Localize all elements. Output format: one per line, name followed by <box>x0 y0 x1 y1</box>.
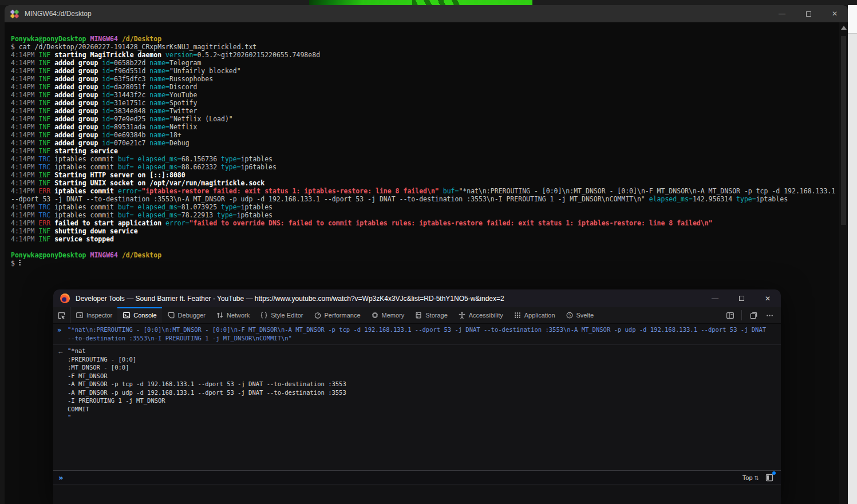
devtools-maximize-button[interactable] <box>728 289 755 307</box>
terminal-line: 4:14PM TRC iptables commit buf= elapsed_… <box>11 155 833 163</box>
background-green-window-sliver <box>309 0 532 5</box>
terminal-line: 4:14PM TRC iptables commit buf= elapsed_… <box>11 163 833 171</box>
terminal-line <box>11 27 833 35</box>
terminal-maximize-button[interactable] <box>795 5 822 22</box>
terminal-line: 4:14PM INF service stopped <box>11 235 833 243</box>
braces-icon <box>260 311 268 319</box>
grid-icon <box>514 311 522 319</box>
console-icon <box>123 311 131 319</box>
devtools-close-button[interactable]: ✕ <box>755 289 781 307</box>
terminal-minimize-button[interactable]: — <box>769 5 795 22</box>
terminal-scrollbar[interactable] <box>839 22 848 504</box>
element-picker-button[interactable] <box>53 307 70 323</box>
dock-window-icon <box>749 311 758 320</box>
accessibility-person-icon <box>458 311 466 319</box>
console-result-row[interactable]: ← "*nat :PREROUTING - [0:0] :MT_DNSOR - … <box>53 345 781 424</box>
element-picker-icon <box>57 311 66 320</box>
terminal-line: 4:14PM INF added group id=da28051f name=… <box>11 83 833 91</box>
devtools-titlebar[interactable]: Developer Tools — Sound Barrier ft. Feat… <box>53 289 781 307</box>
memory-chip-icon <box>371 311 379 319</box>
storage-icon <box>414 311 422 319</box>
echoed-command: "*nat\n:PREROUTING - [0:0]\n:MT_DNSOR - … <box>68 326 773 342</box>
console-input-row[interactable]: » Top ⇅ <box>53 470 781 485</box>
terminal-line: 4:14PM INF added group id=97e9ed25 name=… <box>11 115 833 123</box>
tab-performance[interactable]: Performance <box>309 307 366 323</box>
terminal-line: 4:14PM INF added group id=31e1751c name=… <box>11 99 833 107</box>
evaluation-context-selector[interactable]: Top ⇅ <box>743 474 759 481</box>
responsive-design-icon <box>726 311 734 320</box>
evaluation-result: "*nat :PREROUTING - [0:0] :MT_DNSOR - [0… <box>68 347 773 422</box>
tab-console[interactable]: Console <box>117 307 161 323</box>
terminal-line: 4:14PM INF starting MagiTrickle daemon v… <box>11 51 833 59</box>
svelte-icon: S <box>566 311 574 319</box>
dock-options-button[interactable] <box>747 308 760 322</box>
console-empty-area <box>53 486 781 504</box>
terminal-line: 4:14PM INF Starting UNIX socket on /opt/… <box>11 179 833 187</box>
network-icon <box>216 311 224 319</box>
terminal-line: 4:14PM TRC iptables commit buf= elapsed_… <box>11 203 833 211</box>
inspector-icon <box>76 311 84 319</box>
tab-style-editor[interactable]: Style Editor <box>255 307 308 323</box>
terminal-line: Ponywka@ponyDesktop MINGW64 /d/Desktop <box>11 251 833 259</box>
terminal-line: 4:14PM ERR failed to start application e… <box>11 219 833 227</box>
updown-arrows-icon: ⇅ <box>755 475 759 481</box>
tab-debugger[interactable]: Debugger <box>162 307 211 323</box>
responsive-design-mode-button[interactable] <box>723 308 737 322</box>
result-arrow-icon: ← <box>57 347 64 355</box>
tab-inspector[interactable]: Inspector <box>70 307 117 323</box>
scroll-up-icon[interactable] <box>841 26 847 30</box>
tab-memory[interactable]: Memory <box>366 307 410 323</box>
terminal-cursor <box>19 260 21 267</box>
stopwatch-icon <box>314 311 322 319</box>
terminal-line: 4:14PM INF added group id=0e69384b name=… <box>11 131 833 139</box>
console-input-prompt-icon: » <box>58 473 63 482</box>
meatball-menu-icon <box>765 311 774 320</box>
terminal-line: 4:14PM INF added group id=89531ada name=… <box>11 123 833 131</box>
maximize-icon <box>806 11 811 17</box>
maximize-icon <box>739 296 744 301</box>
tab-application[interactable]: Application <box>508 307 560 323</box>
terminal-line <box>11 243 833 251</box>
minimize-icon: — <box>712 295 718 303</box>
devtools-menu-button[interactable] <box>763 308 776 322</box>
tab-network[interactable]: Network <box>211 307 255 323</box>
tab-svelte[interactable]: S Svelte <box>560 307 599 323</box>
terminal-line: 4:14PM INF added group id=070e21c7 name=… <box>11 139 833 147</box>
close-icon: ✕ <box>832 10 838 18</box>
devtools-window: Developer Tools — Sound Barrier ft. Feat… <box>53 289 781 504</box>
devtools-tabbar: Inspector Console Debugger Network Style… <box>53 307 781 324</box>
background-top-strip <box>0 0 857 5</box>
notification-badge <box>772 471 776 475</box>
terminal-line: 4:14PM INF added group id=f96d551d name=… <box>11 67 833 75</box>
terminal-line: 4:14PM INF added group id=3834e848 name=… <box>11 107 833 115</box>
tab-accessibility[interactable]: Accessibility <box>453 307 508 323</box>
terminal-line: 4:14PM INF added group id=63f5dfc3 name=… <box>11 75 833 83</box>
firefox-logo-icon <box>60 293 70 303</box>
terminal-line: 4:14PM INF added group id=31443f2c name=… <box>11 91 833 99</box>
background-right-window-sliver <box>848 5 857 504</box>
terminal-line: 4:14PM INF added group id=0658b22d name=… <box>11 59 833 67</box>
terminal-titlebar[interactable]: MINGW64:/d/Desktop — ✕ <box>5 5 848 22</box>
close-icon: ✕ <box>765 295 771 303</box>
command-prompt-icon: » <box>57 326 61 334</box>
terminal-close-button[interactable]: ✕ <box>822 5 848 22</box>
terminal-title: MINGW64:/d/Desktop <box>25 10 92 18</box>
tab-storage[interactable]: Storage <box>409 307 453 323</box>
console-output: » "*nat\n:PREROUTING - [0:0]\n:MT_DNSOR … <box>53 324 781 504</box>
terminal-line: --dport 53 -j DNAT --to-destination :355… <box>11 195 833 203</box>
console-input-field[interactable] <box>63 471 742 485</box>
terminal-line: 4:14PM INF shutting down service <box>11 227 833 235</box>
msys2-logo-icon <box>10 10 19 18</box>
terminal-line: 4:14PM INF starting service <box>11 147 833 155</box>
terminal-line: $ <box>11 259 833 267</box>
scrollbar-thumb[interactable] <box>841 36 846 225</box>
terminal-line: 4:14PM TRC iptables commit buf= elapsed_… <box>11 211 833 219</box>
split-console-button[interactable] <box>765 473 774 482</box>
svg-text:S: S <box>568 313 570 318</box>
console-input-echo-row[interactable]: » "*nat\n:PREROUTING - [0:0]\n:MT_DNSOR … <box>53 324 781 345</box>
terminal-line: 4:14PM INF Starting HTTP server on [::]:… <box>11 171 833 179</box>
devtools-title: Developer Tools — Sound Barrier ft. Feat… <box>76 295 504 303</box>
devtools-minimize-button[interactable]: — <box>702 289 728 307</box>
terminal-line: $ cat /d/Desktop/20260227-191428_CRxpMsr… <box>11 43 833 51</box>
minimize-icon: — <box>779 10 785 18</box>
